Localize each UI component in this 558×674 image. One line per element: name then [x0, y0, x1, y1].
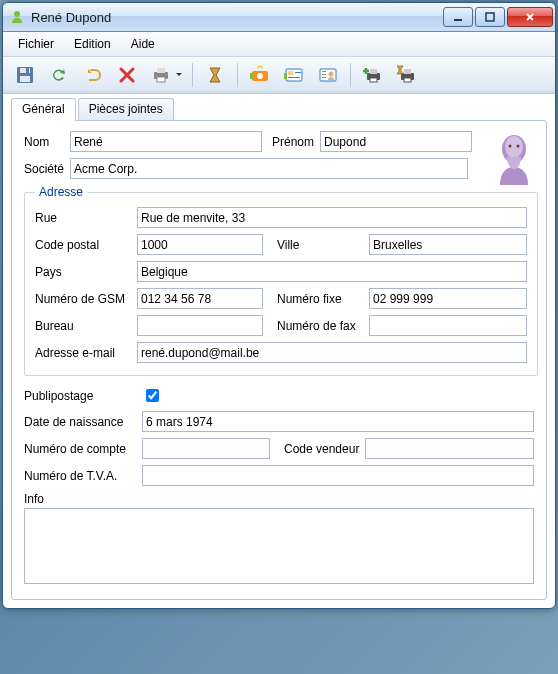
- svg-rect-8: [157, 68, 165, 73]
- window-title: René Dupond: [31, 10, 443, 25]
- ville-field[interactable]: [369, 234, 527, 255]
- delete-button[interactable]: [111, 61, 143, 89]
- save-button[interactable]: [9, 61, 41, 89]
- svg-rect-6: [26, 68, 29, 73]
- refresh-button[interactable]: [43, 61, 75, 89]
- maximize-button[interactable]: [475, 7, 505, 27]
- window-controls: [443, 7, 553, 27]
- print-button[interactable]: [145, 61, 186, 89]
- label-fax: Numéro de fax: [277, 319, 363, 333]
- svg-rect-16: [295, 72, 301, 73]
- avatar[interactable]: [492, 129, 536, 185]
- address-group: Adresse Rue Code postal Ville Pays Numér…: [24, 185, 538, 376]
- label-vendeur: Code vendeur: [284, 442, 359, 456]
- cp-field[interactable]: [137, 234, 263, 255]
- vendeur-field[interactable]: [365, 438, 534, 459]
- label-nom: Nom: [24, 135, 64, 149]
- svg-rect-24: [370, 69, 377, 74]
- svg-point-0: [14, 11, 20, 17]
- svg-rect-2: [486, 13, 494, 21]
- info-textarea[interactable]: [24, 508, 534, 584]
- gsm-field[interactable]: [137, 288, 263, 309]
- tab-attachments[interactable]: Pièces jointes: [78, 98, 174, 121]
- compte-field[interactable]: [142, 438, 270, 459]
- label-cp: Code postal: [35, 238, 131, 252]
- pays-field[interactable]: [137, 261, 527, 282]
- svg-point-19: [329, 72, 334, 77]
- email-field[interactable]: [137, 342, 527, 363]
- svg-rect-5: [20, 76, 30, 82]
- add-printer-button[interactable]: [357, 61, 389, 89]
- id-card-button[interactable]: [278, 61, 310, 89]
- label-pays: Pays: [35, 265, 131, 279]
- app-window: René Dupond Fichier Edition Aide Général…: [2, 2, 556, 609]
- label-compte: Numéro de compte: [24, 442, 136, 456]
- svg-rect-17: [284, 73, 287, 79]
- svg-rect-14: [288, 71, 293, 75]
- close-button[interactable]: [507, 7, 553, 27]
- portrait-card-button[interactable]: [312, 61, 344, 89]
- svg-rect-9: [157, 77, 165, 82]
- undo-button[interactable]: [77, 61, 109, 89]
- svg-rect-15: [288, 77, 300, 78]
- bureau-field[interactable]: [137, 315, 263, 336]
- camera-button[interactable]: [244, 61, 276, 89]
- address-legend: Adresse: [35, 185, 87, 199]
- menu-edit[interactable]: Edition: [65, 34, 120, 54]
- svg-rect-22: [322, 77, 326, 78]
- publipostage-checkbox[interactable]: [146, 389, 159, 402]
- tab-strip: Général Pièces jointes: [11, 98, 547, 121]
- prenom-field[interactable]: [320, 131, 472, 152]
- svg-rect-21: [322, 74, 326, 75]
- hourglass-printer-button[interactable]: [391, 61, 423, 89]
- svg-point-33: [517, 145, 520, 148]
- label-ville: Ville: [277, 238, 363, 252]
- titlebar[interactable]: René Dupond: [3, 3, 555, 32]
- label-tva: Numéro de T.V.A.: [24, 469, 136, 483]
- tab-general[interactable]: Général: [11, 98, 76, 121]
- dob-field[interactable]: [142, 411, 534, 432]
- minimize-button[interactable]: [443, 7, 473, 27]
- app-icon: [9, 9, 25, 25]
- svg-point-31: [505, 136, 523, 158]
- label-info: Info: [24, 492, 44, 506]
- label-bureau: Bureau: [35, 319, 131, 333]
- menu-help[interactable]: Aide: [122, 34, 164, 54]
- svg-rect-20: [322, 71, 326, 72]
- label-societe: Société: [24, 162, 64, 176]
- svg-point-11: [257, 73, 263, 79]
- hourglass-button[interactable]: [199, 61, 231, 89]
- fixe-field[interactable]: [369, 288, 527, 309]
- tva-field[interactable]: [142, 465, 534, 486]
- label-fixe: Numéro fixe: [277, 292, 363, 306]
- tab-panel-general: Nom Prénom Société Adresse Rue Code post…: [11, 120, 547, 600]
- svg-rect-1: [454, 19, 462, 21]
- svg-rect-25: [370, 78, 377, 82]
- nom-field[interactable]: [70, 131, 262, 152]
- societe-field[interactable]: [70, 158, 468, 179]
- svg-rect-28: [404, 78, 411, 82]
- rue-field[interactable]: [137, 207, 527, 228]
- toolbar-separator: [237, 63, 238, 87]
- label-rue: Rue: [35, 211, 131, 225]
- menubar: Fichier Edition Aide: [3, 32, 555, 57]
- label-publipostage: Publipostage: [24, 389, 136, 403]
- content-area: Général Pièces jointes Nom Prénom Sociét…: [3, 94, 555, 608]
- label-email: Adresse e-mail: [35, 346, 131, 360]
- menu-file[interactable]: Fichier: [9, 34, 63, 54]
- svg-rect-27: [404, 69, 411, 74]
- toolbar-separator: [350, 63, 351, 87]
- fax-field[interactable]: [369, 315, 527, 336]
- label-dob: Date de naissance: [24, 415, 136, 429]
- toolbar: [3, 57, 555, 94]
- svg-point-32: [509, 145, 512, 148]
- label-prenom: Prénom: [272, 135, 314, 149]
- toolbar-separator: [192, 63, 193, 87]
- svg-rect-12: [250, 73, 253, 79]
- label-gsm: Numéro de GSM: [35, 292, 131, 306]
